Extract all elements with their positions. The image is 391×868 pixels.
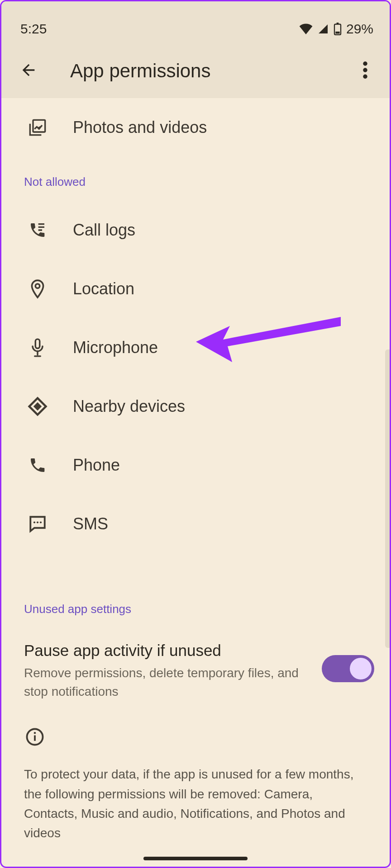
perm-label: Phone [73, 456, 120, 475]
perm-label: Nearby devices [73, 397, 185, 416]
svg-point-14 [34, 732, 36, 734]
info-block: To protect your data, if the app is unus… [1, 705, 390, 843]
svg-rect-1 [337, 23, 339, 24]
section-not-allowed: Not allowed [1, 157, 390, 201]
svg-point-3 [363, 61, 367, 66]
svg-rect-2 [335, 32, 339, 34]
location-icon [27, 279, 48, 299]
overflow-button[interactable] [349, 55, 381, 87]
perm-microphone[interactable]: Microphone [1, 318, 390, 377]
more-vert-icon [363, 61, 367, 80]
svg-rect-6 [33, 120, 45, 132]
wifi-icon [299, 24, 313, 34]
sms-icon [27, 514, 48, 533]
microphone-icon [27, 338, 48, 358]
toggle-knob [350, 658, 372, 679]
perm-label: Location [73, 279, 134, 298]
battery-icon [334, 23, 342, 35]
nav-handle[interactable] [143, 857, 248, 860]
perm-label: Call logs [73, 221, 135, 240]
perm-nearby-devices[interactable]: Nearby devices [1, 377, 390, 436]
page-title: App permissions [70, 60, 349, 82]
phone-icon [27, 456, 48, 474]
pause-toggle[interactable] [322, 655, 374, 682]
info-icon [24, 726, 46, 748]
status-time: 5:25 [20, 21, 47, 37]
svg-point-10 [37, 521, 38, 523]
nearby-icon [27, 396, 48, 416]
pause-activity-row[interactable]: Pause app activity if unused Remove perm… [1, 628, 390, 705]
status-bar: 5:25 29% [1, 1, 390, 44]
screen: 5:25 29% App permissions [0, 0, 391, 868]
scrollbar[interactable] [385, 349, 390, 648]
perm-label: SMS [73, 514, 108, 533]
svg-point-4 [363, 68, 367, 72]
pause-title: Pause app activity if unused [24, 642, 308, 660]
perm-call-logs[interactable]: Call logs [1, 201, 390, 259]
perm-label: Photos and videos [73, 118, 207, 137]
status-indicators: 29% [299, 21, 373, 37]
perm-location[interactable]: Location [1, 259, 390, 318]
svg-point-11 [40, 521, 42, 523]
svg-rect-8 [35, 339, 39, 348]
call-log-icon [27, 221, 48, 239]
perm-photos-videos[interactable]: Photos and videos [1, 98, 390, 157]
arrow-back-icon [19, 61, 38, 81]
perm-label: Microphone [73, 338, 158, 357]
app-bar: App permissions [1, 44, 390, 98]
back-button[interactable] [12, 55, 45, 87]
info-text: To protect your data, if the app is unus… [24, 764, 367, 843]
content: Photos and videos Not allowed Call logs … [1, 98, 390, 843]
section-unused: Unused app settings [1, 584, 390, 628]
perm-sms[interactable]: SMS [1, 495, 390, 553]
signal-icon [317, 24, 329, 34]
photos-icon [27, 118, 48, 137]
svg-point-9 [33, 521, 35, 523]
svg-point-5 [363, 75, 367, 79]
battery-text: 29% [346, 21, 373, 37]
pause-subtitle: Remove permissions, delete temporary fil… [24, 664, 308, 701]
svg-point-7 [35, 284, 39, 288]
perm-phone[interactable]: Phone [1, 436, 390, 495]
